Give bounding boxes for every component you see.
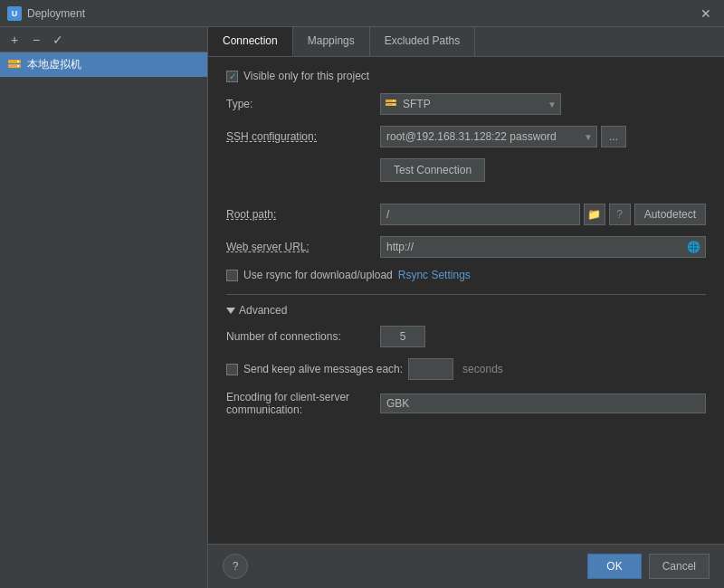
- sidebar-item-local-vm[interactable]: 本地虚拟机: [0, 52, 207, 77]
- keepalive-input[interactable]: [408, 358, 453, 380]
- web-server-row: Web server URL: 🌐: [226, 236, 706, 258]
- divider: [226, 294, 706, 295]
- tab-excluded-paths[interactable]: Excluded Paths: [370, 27, 475, 56]
- web-url-wrapper: 🌐: [380, 236, 706, 258]
- encoding-value[interactable]: GBK: [380, 394, 706, 413]
- root-path-folder-button[interactable]: 📁: [584, 204, 605, 225]
- visible-only-checkbox[interactable]: [226, 71, 238, 82]
- ssh-row: SSH configuration: root@192.168.31.128:2…: [226, 126, 706, 147]
- keepalive-label: Send keep alive messages each:: [243, 363, 403, 375]
- title-bar: U Deployment ✕: [0, 0, 724, 27]
- advanced-label: Advanced: [239, 304, 287, 317]
- ssh-value: root@192.168.31.128:22 password: [385, 130, 584, 143]
- svg-point-3: [17, 65, 19, 67]
- svg-point-2: [17, 61, 19, 62]
- svg-rect-5: [386, 103, 396, 106]
- tab-connection[interactable]: Connection: [208, 27, 293, 56]
- ssh-more-button[interactable]: ...: [601, 126, 626, 147]
- main-container: + − ✓ 本地虚拟机 Connection Mappings Excluded…: [0, 27, 724, 588]
- cancel-button[interactable]: Cancel: [649, 554, 710, 579]
- root-path-help-button[interactable]: ?: [609, 204, 631, 225]
- form-area: Visible only for this project Type: SFTP: [208, 57, 724, 544]
- encoding-row: Encoding for client-server communication…: [226, 391, 706, 416]
- confirm-button[interactable]: ✓: [49, 31, 67, 49]
- web-server-control: 🌐: [380, 236, 706, 258]
- autodetect-button[interactable]: Autodetect: [634, 204, 706, 225]
- root-path-control: 📁 ? Autodetect: [380, 204, 706, 225]
- close-button[interactable]: ✕: [695, 5, 717, 23]
- bottom-bar: ? OK Cancel: [208, 544, 724, 588]
- add-server-button[interactable]: +: [5, 31, 24, 49]
- keepalive-checkbox[interactable]: [226, 364, 238, 375]
- rsync-checkbox[interactable]: [226, 270, 238, 281]
- connections-label: Number of connections:: [226, 330, 380, 343]
- ssh-select[interactable]: root@192.168.31.128:22 password ▼: [380, 126, 597, 147]
- help-button[interactable]: ?: [223, 554, 248, 579]
- visible-only-label: Visible only for this project: [243, 70, 369, 82]
- type-select[interactable]: SFTP ▼: [380, 93, 561, 115]
- connections-control: [380, 326, 706, 347]
- root-path-label: Root path:: [226, 208, 380, 221]
- root-path-row: Root path: 📁 ? Autodetect: [226, 204, 706, 225]
- rsync-row: Use rsync for download/upload Rsync Sett…: [226, 269, 706, 281]
- sftp-icon: [385, 98, 397, 110]
- advanced-toggle[interactable]: Advanced: [226, 304, 706, 317]
- ssh-dropdown-arrow: ▼: [584, 132, 593, 142]
- connections-input[interactable]: [380, 326, 425, 347]
- root-path-input-row: 📁 ? Autodetect: [380, 204, 706, 225]
- globe-icon: 🌐: [687, 241, 700, 253]
- root-path-input[interactable]: [380, 204, 580, 225]
- seconds-label: seconds: [462, 363, 503, 375]
- rsync-settings-link[interactable]: Rsync Settings: [398, 269, 471, 281]
- app-icon: U: [7, 6, 22, 21]
- type-value: SFTP: [401, 98, 548, 110]
- ssh-input-row: root@192.168.31.128:22 password ▼ ...: [380, 126, 706, 147]
- keepalive-row: Send keep alive messages each: seconds: [226, 358, 706, 380]
- visible-only-row: Visible only for this project: [226, 70, 706, 82]
- ssh-label: SSH configuration:: [226, 130, 380, 143]
- tab-mappings[interactable]: Mappings: [293, 27, 370, 56]
- sidebar-toolbar: + − ✓: [0, 27, 207, 52]
- connections-row: Number of connections:: [226, 326, 706, 347]
- svg-point-6: [393, 100, 395, 102]
- encoding-control: GBK: [380, 394, 706, 413]
- type-row: Type: SFTP ▼: [226, 93, 706, 115]
- sidebar-item-label: 本地虚拟机: [27, 57, 81, 72]
- type-label: Type:: [226, 98, 380, 110]
- type-control: SFTP ▼: [380, 93, 706, 115]
- svg-point-7: [393, 104, 395, 106]
- ssh-control: root@192.168.31.128:22 password ▼ ...: [380, 126, 706, 147]
- sidebar: + − ✓ 本地虚拟机: [0, 27, 208, 588]
- rsync-label: Use rsync for download/upload: [243, 269, 393, 281]
- web-server-label: Web server URL:: [226, 241, 380, 253]
- remove-server-button[interactable]: −: [27, 31, 45, 49]
- advanced-triangle-icon: [226, 308, 235, 314]
- keepalive-inner: Send keep alive messages each: seconds: [226, 358, 706, 380]
- test-connection-button[interactable]: Test Connection: [380, 158, 485, 182]
- content-area: Connection Mappings Excluded Paths Visib…: [208, 27, 724, 588]
- type-dropdown-arrow: ▼: [548, 100, 557, 109]
- tabs-bar: Connection Mappings Excluded Paths: [208, 27, 724, 57]
- svg-rect-4: [386, 100, 396, 102]
- web-server-input[interactable]: [380, 236, 706, 258]
- title-bar-text: Deployment: [27, 7, 695, 20]
- test-connection-row: Test Connection: [380, 158, 706, 193]
- ok-button[interactable]: OK: [587, 554, 641, 579]
- server-icon: [7, 58, 22, 72]
- encoding-label: Encoding for client-server communication…: [226, 391, 380, 416]
